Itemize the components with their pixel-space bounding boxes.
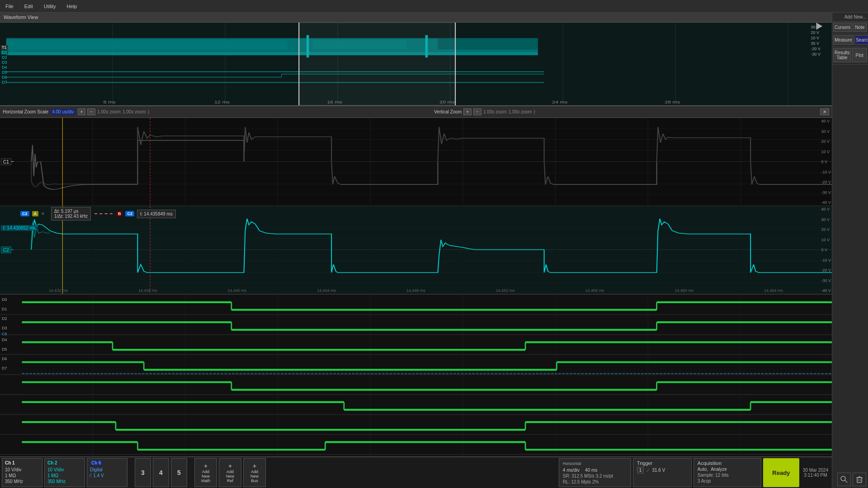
menubar: File Edit Utility Help bbox=[0, 0, 868, 13]
acq-title: Acquisition bbox=[698, 460, 757, 466]
hz-zoom-out[interactable]: − bbox=[87, 108, 95, 115]
menu-file[interactable]: File bbox=[0, 2, 19, 11]
add-bus-icon: + bbox=[253, 462, 256, 469]
plot-btn[interactable]: Plot bbox=[852, 48, 867, 62]
add-ref-label: Add New Ref bbox=[226, 469, 234, 483]
cursor-time-readout: t: 14.430652 ms bbox=[1, 225, 38, 231]
dig-label-d4: D4 bbox=[0, 335, 9, 344]
add-ref-btn[interactable]: + Add New Ref bbox=[219, 458, 241, 487]
x-label-2: 14.440 ms bbox=[227, 288, 246, 293]
results-table-btn[interactable]: Results Table bbox=[833, 48, 851, 62]
vt-zoom-scale2: 1.00x zoom bbox=[509, 109, 532, 114]
overview-label-d1: D1 bbox=[1, 50, 8, 55]
vt-zoom-out[interactable]: − bbox=[473, 108, 481, 115]
dig-label-d5: D5 bbox=[0, 344, 9, 354]
cursor-c2-badge: C2 bbox=[20, 211, 29, 216]
num-btn-3[interactable]: 3 bbox=[135, 458, 151, 487]
zoom-close[interactable]: ✕ bbox=[820, 108, 829, 115]
ch6-info: Ch 6 Digital ⁄: 1.4 V bbox=[87, 458, 127, 487]
right-sidebar: Add New... Cursors Note Measure Search R… bbox=[832, 13, 868, 488]
num-btn-5[interactable]: 5 bbox=[171, 458, 187, 487]
hz-zoom-value: 4.00 us/div bbox=[50, 109, 75, 115]
cursors-btn[interactable]: Cursors bbox=[833, 23, 852, 32]
waveform-view-header: Waveform View bbox=[0, 13, 832, 23]
svg-text:12 ms: 12 ms bbox=[214, 100, 230, 104]
cursors-note-section: Cursors Note bbox=[832, 22, 868, 34]
x-label-8: 14.464 ms bbox=[764, 288, 783, 293]
trigger-ch-num: 1 bbox=[637, 467, 644, 474]
note-btn[interactable]: Note bbox=[853, 23, 867, 32]
menu-edit[interactable]: Edit bbox=[19, 2, 38, 11]
svg-text:28 ms: 28 ms bbox=[665, 100, 680, 104]
cursor-badges-row: C2 A ✕ Δt: 5.197 μs 1/Δt: 192.43 kHz B C… bbox=[20, 207, 176, 221]
x-label-6: 14.456 ms bbox=[585, 288, 604, 293]
zoom-icon-btn[interactable] bbox=[837, 473, 851, 486]
measure-search-section: Measure Search bbox=[832, 34, 868, 47]
svg-point-127 bbox=[841, 476, 845, 481]
digital-labels: D0 D1 D2 D3 C6 D4 D5 D6 D7 bbox=[0, 295, 9, 373]
acq-mode: Auto, bbox=[698, 467, 708, 472]
acquisition-panel: Acquisition Auto, Analyze Sample: 12 bit… bbox=[693, 458, 761, 487]
ch1-title: Ch 1 bbox=[5, 460, 39, 465]
vt-zoom-in[interactable]: + bbox=[463, 108, 472, 115]
dig-label-d0: D0 bbox=[0, 295, 9, 304]
svg-rect-67 bbox=[0, 295, 832, 456]
vt-zoom-scale: 1.00x zoom bbox=[483, 109, 507, 114]
cursor-delta-t: Δt: 5.197 μs bbox=[54, 209, 88, 214]
trash-icon bbox=[856, 476, 863, 483]
menu-utility[interactable]: Utility bbox=[38, 2, 61, 11]
cursor-a-tooltip: Δt: 5.197 μs 1/Δt: 192.43 kHz bbox=[51, 207, 91, 221]
add-math-btn[interactable]: + Add New Math bbox=[194, 458, 217, 487]
zoom-controls: Horizontal Zoom Scale 4.00 us/div + − 1.… bbox=[0, 106, 832, 118]
hz-zoom-in[interactable]: + bbox=[78, 108, 86, 115]
overview-label-d3: D3 bbox=[1, 60, 8, 65]
dig-label-d1: D1 bbox=[0, 304, 9, 314]
cursor-a-badge: A bbox=[32, 211, 39, 216]
ready-button[interactable]: Ready bbox=[763, 458, 799, 487]
overview-label-d2: D2 bbox=[1, 55, 8, 60]
cursor-c2b-badge: C2 bbox=[125, 211, 134, 216]
status-bar: Ch 1 10 V/div 1 MΩ 350 MHz Ch 2 10 V/div… bbox=[0, 456, 832, 488]
ch2-bw: 350 MHz bbox=[47, 479, 82, 484]
acq-acqs: 3 Acqs bbox=[698, 479, 757, 483]
cursor-t-a: t: 14.430652 ms bbox=[3, 225, 36, 230]
add-bus-btn[interactable]: + Add New Bus bbox=[243, 458, 266, 487]
svg-text:20 ms: 20 ms bbox=[439, 100, 455, 104]
overview-strip[interactable]: 8 ms 12 ms 16 ms 20 ms 24 ms 28 ms T1 D1… bbox=[0, 23, 832, 106]
search-icon bbox=[840, 476, 848, 483]
overview-y-label: 30 bbox=[811, 25, 821, 29]
x-label-1: 14.436 ms bbox=[138, 288, 157, 293]
hz-zoom-scale: 1.00x zoom bbox=[97, 109, 121, 114]
overview-label-d5: D5 bbox=[1, 70, 8, 75]
results-plot-group: Results Table Plot bbox=[833, 48, 867, 63]
acq-analyze: Analyze bbox=[711, 467, 727, 472]
add-ref-icon: + bbox=[228, 462, 232, 469]
c1-y-axis: 40 V30 V20 V10 V0 V -10 V-20 V-30 V-40 V bbox=[821, 118, 831, 206]
svg-text:24 ms: 24 ms bbox=[552, 100, 568, 104]
add-new-label: Add New... bbox=[832, 13, 868, 22]
trash-icon-btn[interactable] bbox=[853, 473, 866, 486]
ch1-vdiv: 10 V/div bbox=[5, 467, 39, 472]
svg-line-128 bbox=[845, 480, 847, 483]
date: 30 Mar 2024 bbox=[803, 468, 828, 473]
ch1-imp: 1 MΩ bbox=[5, 473, 39, 478]
svg-rect-9 bbox=[6, 52, 538, 55]
cursor-a-close[interactable]: ✕ bbox=[41, 211, 45, 216]
measure-btn[interactable]: Measure bbox=[833, 35, 854, 45]
h-rl: RL: 12.5 Mpts 2% bbox=[563, 479, 627, 484]
svg-rect-129 bbox=[857, 478, 862, 483]
cursor-b-indicator bbox=[94, 213, 113, 214]
svg-rect-20 bbox=[299, 23, 455, 105]
search-btn[interactable]: Search bbox=[854, 35, 868, 45]
digital-panel: D0 D1 D2 D3 C6 D4 D5 D6 D7 bbox=[0, 294, 832, 456]
ch6-type: Digital bbox=[90, 467, 124, 472]
h-total: 40 ms bbox=[585, 468, 597, 473]
trigger-edge: ⟋ bbox=[646, 468, 650, 473]
menu-help[interactable]: Help bbox=[61, 2, 83, 11]
status-spacer bbox=[268, 458, 557, 487]
ch6-title: Ch 6 bbox=[90, 460, 124, 465]
c1-label: C1 bbox=[1, 159, 11, 165]
num-btn-4[interactable]: 4 bbox=[153, 458, 169, 487]
ch2-info: Ch 2 10 V/div 1 MΩ 350 MHz bbox=[44, 458, 85, 487]
vt-zoom-scale3: ) bbox=[533, 109, 535, 114]
